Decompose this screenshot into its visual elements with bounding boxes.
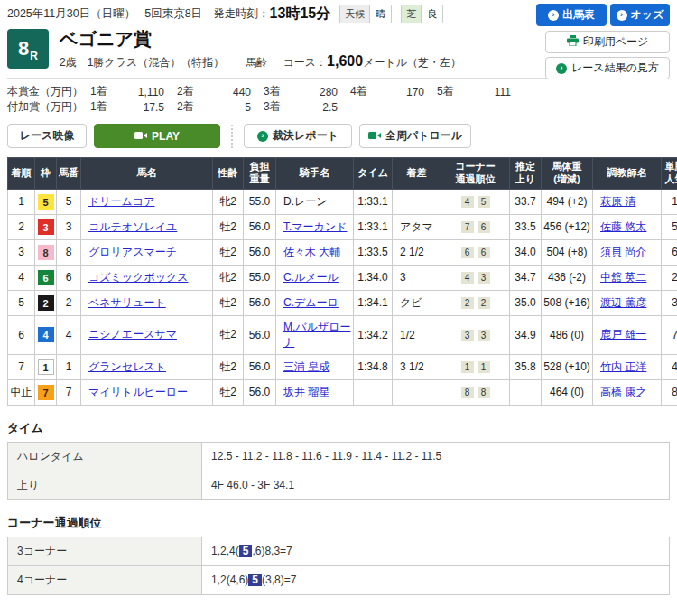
finish-time: 1:33.1 [354,189,393,214]
prize-rank: 3着 [264,99,291,115]
trainer-link[interactable]: 中舘 英二 [600,271,646,284]
sex-age: 牡2 [213,354,244,379]
odds-button[interactable]: › オッズ [610,4,670,26]
results-column-header: 調教師名 [593,158,662,190]
entries-button[interactable]: › 出馬表 [536,4,607,26]
corner3-highlight: 5 [239,545,253,557]
horse-name-link[interactable]: ドリームコア [88,195,154,208]
waku-badge: 5 [38,194,54,210]
arrow-circle-icon: › [556,63,567,74]
trainer-link[interactable]: 高橋 康之 [600,386,646,398]
jockey-link[interactable]: 三浦 皇成 [283,360,329,373]
odds-button-label: オッズ [631,7,664,23]
sex-age: 牡2 [213,239,244,265]
horse-name-link[interactable]: グロリアスマーチ [88,246,177,258]
jockey-link[interactable]: T.マーカンド [283,220,347,233]
horse-weight: 508 (+16) [542,290,593,315]
weather-label: 天候 [340,5,369,23]
race-number: 8 [18,37,29,61]
results-column-header: 着順 [8,158,35,190]
finish-position: 4 [8,265,35,290]
win-popularity: 4 [662,354,677,379]
trainer-link[interactable]: 須貝 尚介 [600,246,646,258]
course-label: コース： [283,56,328,69]
play-button-label: PLAY [152,130,180,143]
horse-name-link[interactable]: コルテオソレイユ [88,220,177,233]
horse-weight: 464 (0) [542,379,593,405]
trainer-link[interactable]: 鹿戸 雄一 [600,328,646,341]
waku-cell: 1 [35,354,57,379]
horse-name-link[interactable]: マイリトルヒーロー [88,386,188,398]
corner-position: 3 [478,272,490,284]
trainer-link[interactable]: 渡辺 薫彦 [600,296,646,309]
horse-name-link[interactable]: ベネサリュート [88,296,166,309]
corner-order-cell: 11 [441,354,510,379]
main-prize-row: 本賞金（万円） 1着1,110 2着440 3着280 4着170 5着111 [7,84,670,99]
prize-rank: 1着 [90,99,117,115]
sex-age: 牡2 [213,315,244,354]
horse-number: 5 [57,189,81,214]
horse-name-cell: コルテオソレイユ [81,214,213,239]
sex-age: 牡2 [213,379,244,405]
race-title: ベゴニア賞 [60,29,461,50]
result-guide-button[interactable]: › レース結果の見方 [545,57,670,79]
win-popularity: 8 [662,379,677,405]
trainer-link[interactable]: 竹内 正洋 [600,360,646,373]
carried-weight: 55.0 [244,265,276,290]
horse-name-link[interactable]: コズミックボックス [88,271,189,284]
time-table: ハロンタイム 12.5 - 11.2 - 11.8 - 11.6 - 11.9 … [7,442,670,500]
margin [393,189,441,214]
jockey-link[interactable]: 佐々木 大輔 [283,246,340,258]
margin: 3 [393,265,441,290]
carried-weight: 56.0 [244,354,276,379]
race-video-button[interactable]: レース映像 [7,124,87,148]
arrow-circle-icon: › [617,10,627,21]
horse-number: 2 [57,290,81,315]
horse-weight: 436 (-2) [542,265,593,290]
waku-cell: 3 [35,214,57,239]
margin: 1/2 [393,315,441,354]
finish-time: 1:34.8 [354,354,393,379]
play-button[interactable]: PLAY [94,124,220,148]
jockey-cell: 佐々木 大輔 [276,239,354,265]
corner-position: 8 [478,387,490,398]
trainer-link[interactable]: 佐藤 悠太 [600,220,646,233]
horse-name-link[interactable]: グランセレスト [88,360,166,373]
printer-icon [567,35,579,49]
jockey-link[interactable]: C.ルメール [283,271,338,284]
corner-position: 4 [461,196,474,208]
jockey-link[interactable]: C.デムーロ [283,296,338,309]
horse-name-link[interactable]: ニシノエースサマ [88,328,177,341]
sex-age: 牡2 [213,290,244,315]
result-row: 388グロリアスマーチ牡256.0佐々木 大輔1:33.52 1/26634.0… [8,239,677,265]
corner-position: 2 [461,297,474,309]
last-furlongs-value: 4F 46.0 - 3F 34.1 [202,471,670,499]
arrow-circle-icon: › [548,10,559,21]
corner3-post: ,6)8,3=7 [252,545,292,557]
steward-report-button[interactable]: › 裁決レポート [244,124,352,148]
jockey-link[interactable]: 坂井 瑠星 [283,386,329,398]
finish-position: 7 [8,354,35,379]
corner4-value: 1,2(4,6)5(3,8)=7 [202,565,670,594]
win-popularity: 6 [662,239,677,265]
patrol-video-button[interactable]: 全周パトロール [359,124,471,148]
results-column-header: 枠 [35,158,57,190]
print-page-button[interactable]: 印刷用ページ [545,31,670,53]
time-section-heading: タイム [7,420,670,436]
button-separator [231,125,233,148]
corner-order-cell: 22 [441,290,510,315]
horse-name-cell: グロリアスマーチ [81,239,213,265]
weather-badge: 天候 晴 [339,5,392,23]
trainer-cell: 竹内 正洋 [593,354,662,379]
corner3-row: 3コーナー 1,2,4(5,6)8,3=7 [8,537,670,565]
corner3-value: 1,2,4(5,6)8,3=7 [202,537,670,565]
trainer-link[interactable]: 萩原 清 [600,195,635,208]
last-3f-time: 35.8 [510,354,542,379]
race-number-suffix: R [30,50,38,62]
trainer-cell: 鹿戸 雄一 [593,315,662,354]
corner-position: 5 [478,196,490,208]
trainer-cell: 高橋 康之 [593,379,662,405]
prize-amount: 170 [377,86,424,98]
added-prize-row: 付加賞（万円） 1着17.5 2着5 3着2.5 [7,99,670,115]
jockey-link[interactable]: M.バルザローナ [283,321,350,349]
